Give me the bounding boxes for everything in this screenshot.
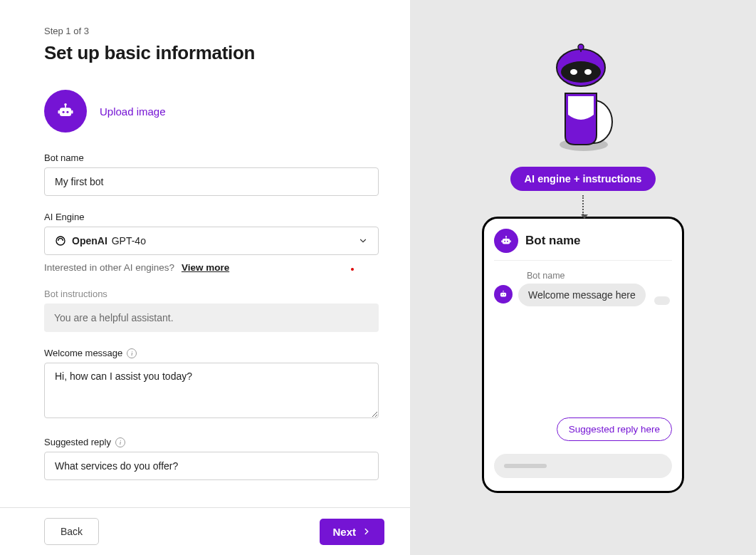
preview-welcome-bubble: Welcome message here — [518, 284, 646, 306]
svg-point-11 — [570, 69, 577, 75]
ai-engine-label: AI Engine — [44, 212, 384, 222]
svg-point-23 — [502, 294, 503, 295]
svg-point-12 — [584, 69, 592, 75]
ai-engine-select[interactable]: OpenAI GPT-4o — [44, 227, 379, 255]
robot-icon — [56, 101, 75, 121]
bot-name-input[interactable] — [44, 167, 379, 196]
robot-icon — [498, 289, 508, 299]
instructions-input: You are a helpful assistant. — [44, 304, 379, 332]
info-icon[interactable]: i — [115, 437, 125, 447]
welcome-message-input[interactable] — [44, 363, 379, 418]
svg-point-5 — [63, 111, 65, 113]
welcome-label: Welcome message i — [44, 348, 384, 358]
svg-rect-17 — [503, 239, 510, 244]
info-icon[interactable]: i — [127, 348, 137, 358]
svg-rect-4 — [71, 110, 73, 114]
svg-point-15 — [505, 236, 507, 237]
bot-name-label: Bot name — [44, 152, 384, 163]
chat-preview-card: Bot name Bot name Welcome message here S… — [482, 217, 684, 493]
svg-point-24 — [504, 294, 505, 295]
preview-suggested-chip: Suggested reply here — [557, 417, 672, 441]
notification-dot — [351, 268, 354, 271]
svg-point-13 — [578, 44, 584, 50]
chevron-down-icon — [358, 236, 368, 246]
ai-engine-model: GPT-4o — [112, 235, 146, 247]
engine-instructions-pill: AI engine + instructions — [510, 167, 656, 191]
svg-rect-2 — [60, 108, 71, 116]
preview-msg-avatar — [494, 285, 513, 304]
page-title: Set up basic information — [44, 42, 384, 64]
chevron-right-icon — [362, 527, 372, 536]
robot-illustration — [540, 34, 626, 155]
connector-arrow — [582, 195, 584, 215]
openai-icon — [55, 235, 66, 247]
step-indicator: Step 1 of 3 — [44, 26, 384, 36]
svg-point-10 — [561, 61, 601, 83]
upload-image-link[interactable]: Upload image — [100, 105, 166, 118]
next-button[interactable]: Next — [320, 519, 384, 545]
svg-point-6 — [66, 111, 68, 113]
back-button[interactable]: Back — [44, 518, 99, 545]
ai-engine-hint-text: Interested in other AI engines? — [44, 262, 174, 273]
ai-engine-provider: OpenAI — [72, 235, 107, 247]
instructions-label: Bot instructions — [44, 289, 384, 299]
svg-rect-3 — [58, 110, 60, 114]
svg-rect-19 — [510, 240, 511, 242]
preview-sender-label: Bot name — [527, 271, 672, 281]
preview-header-avatar — [494, 229, 518, 253]
robot-icon — [500, 234, 513, 247]
suggested-label: Suggested reply i — [44, 437, 384, 447]
bot-avatar-placeholder[interactable] — [44, 90, 87, 133]
preview-input-bar — [494, 454, 672, 478]
svg-point-25 — [503, 291, 503, 291]
preview-typing-dots — [654, 296, 670, 305]
svg-rect-18 — [501, 240, 503, 242]
preview-bot-name-title: Bot name — [525, 234, 580, 248]
suggested-reply-input[interactable] — [44, 452, 379, 480]
svg-point-20 — [504, 241, 505, 242]
svg-point-21 — [507, 241, 508, 242]
view-more-link[interactable]: View more — [182, 262, 229, 273]
svg-rect-22 — [500, 293, 506, 297]
